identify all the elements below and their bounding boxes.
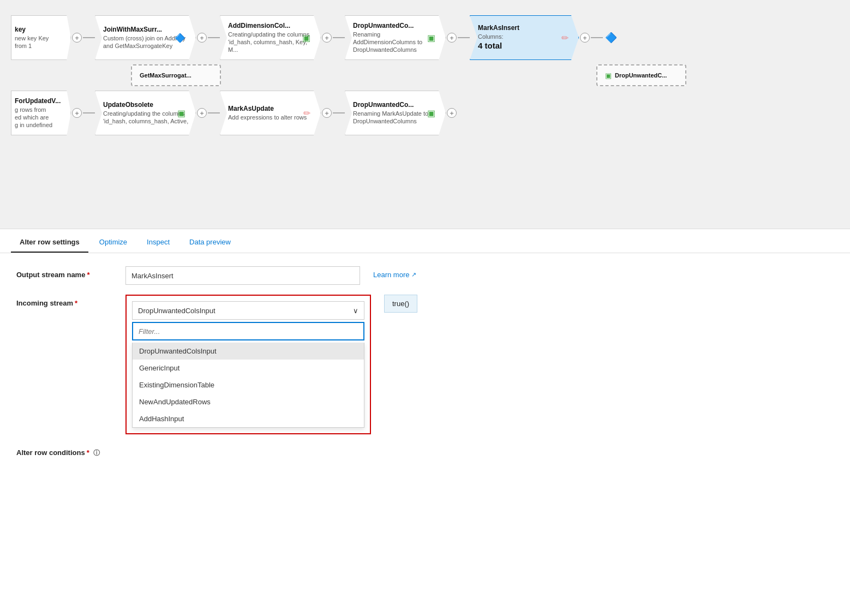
incoming-stream-required: * [75,299,77,307]
node-dropunwantedcofinal[interactable]: DropUnwantedCo... Renaming MarkAsUpdate … [345,91,446,135]
tab-data-preview[interactable]: Data preview [181,232,240,253]
info-icon: ⓘ [93,449,100,457]
node-dropunwantedco1-desc: Renaming AddDimensionColumns to DropUnwa… [353,31,439,54]
alter-row-value-box: true() [384,295,417,313]
arrow-4 [458,37,470,38]
dropdown-chevron-icon: ∨ [353,307,358,315]
arrow-3 [333,37,345,38]
node-updateobsolete-desc: Creating/updating the columns 'id_hash, … [103,110,189,125]
arrow-1 [83,37,95,38]
dropdown-option-5[interactable]: AddHashInput [133,410,364,427]
node-joinwithmaxsurr[interactable]: JoinWithMaxSurr... Custom (cross) join o… [95,15,196,60]
node-dropunwantedcofinal-title: DropUnwantedCo... [353,101,439,109]
add-after-dropfinal[interactable]: + [447,108,457,118]
alter-row-conditions-label: Alter row conditions* ⓘ [16,444,125,458]
icon-after-markasinsert: 🔷 [605,32,617,44]
incoming-stream-label: Incoming stream* [16,295,125,307]
pipeline-canvas: key new key Keyfrom 1 + JoinWithMaxSurr.… [0,0,850,229]
node-markasupdate-icon: ✏ [303,108,310,118]
node-dropunwantedco1-title: DropUnwantedCo... [353,22,439,29]
learn-more-icon: ↗ [411,271,416,278]
tab-alter-row-settings[interactable]: Alter row settings [11,232,88,253]
node-dropunwantedC-sub[interactable]: ▣ DropUnwantedC... [596,64,686,86]
arrow-8 [333,112,345,113]
add-after-markasinsert[interactable]: + [580,33,590,43]
incoming-stream-select[interactable]: DropUnwantedColsInput ∨ [132,301,364,320]
add-after-addcol[interactable]: + [322,33,332,43]
node-markasinsert-title: MarkAsInsert [478,24,572,32]
node-dropunwantedcofinal-desc: Renaming MarkAsUpdate to DropUnwantedCol… [353,110,439,125]
node-markasinsert-desc: Columns:4 total [478,33,572,51]
add-after-forupdated[interactable]: + [72,108,82,118]
pipeline-subflow: GetMaxSurrogat... ▣ DropUnwantedC... [11,64,839,86]
node-joinwithmaxsurr-icon: 🔷 [175,33,185,43]
alter-row-conditions-required: * [87,448,89,457]
tab-inspect[interactable]: Inspect [138,232,178,253]
node-key-title: key [15,26,64,33]
pipeline-row-2: ForUpdatedV... g rows fromed which areg … [11,91,839,135]
node-dropunwantedco1-icon: ▣ [427,33,435,43]
node-markasupdate-title: MarkAsUpdate [228,105,314,112]
dropdown-option-3[interactable]: ExistingDimensionTable [133,376,364,393]
node-markasupdate-desc: Add expressions to alter rows [228,113,314,121]
tab-optimize[interactable]: Optimize [91,232,136,253]
incoming-stream-row: Incoming stream* DropUnwantedColsInput ∨… [16,295,834,434]
output-stream-row: Output stream name* Learn more ↗ [16,266,834,285]
node-getmaxsurrogat-title: GetMaxSurrogat... [140,72,213,79]
output-stream-label: Output stream name* [16,266,125,279]
alter-row-conditions-row: Alter row conditions* ⓘ [16,444,834,458]
node-markasupdate[interactable]: MarkAsUpdate Add expressions to alter ro… [220,91,321,135]
dropdown-option-4[interactable]: NewAndUpdatedRows [133,393,364,410]
node-forupdatedv-title: ForUpdatedV... [15,97,64,105]
node-key-desc: new key Keyfrom 1 [15,34,64,50]
node-adddimensioncol-title: AddDimensionCol... [228,22,314,29]
output-stream-required: * [87,271,89,279]
incoming-stream-dropdown-wrapper: DropUnwantedColsInput ∨ DropUnwantedCols… [125,295,371,434]
node-getmaxsurrogat[interactable]: GetMaxSurrogat... [131,64,221,86]
node-markasinsert-icon: ✏ [561,33,568,43]
filter-input[interactable] [132,322,364,340]
node-key[interactable]: key new key Keyfrom 1 [11,15,71,60]
settings-panel: Output stream name* Learn more ↗ Incomin… [0,253,850,481]
learn-more-link[interactable]: Learn more ↗ [373,266,416,279]
node-dropunwantedco1[interactable]: DropUnwantedCo... Renaming AddDimensionC… [345,15,446,60]
node-dropunwantedC-sub-icon: ▣ [605,71,612,80]
node-updateobsolete-icon: ▣ [177,108,185,118]
arrow-7 [208,112,220,113]
node-adddimensioncol-desc: Creating/updating the columns 'id_hash, … [228,31,314,54]
node-adddimensioncol-icon: ▣ [302,33,310,43]
node-updateobsolete-title: UpdateObsolete [103,101,189,109]
arrow-6 [83,112,95,113]
add-after-key[interactable]: + [72,33,82,43]
arrow-2 [208,37,220,38]
dropdown-panel: DropUnwantedColsInput GenericInput Exist… [132,343,364,428]
add-after-updateobsolete[interactable]: + [197,108,207,118]
node-dropunwantedcofinal-icon: ▣ [427,108,435,118]
node-adddimensioncol[interactable]: AddDimensionCol... Creating/updating the… [220,15,321,60]
add-after-join[interactable]: + [197,33,207,43]
pipeline-row-1: key new key Keyfrom 1 + JoinWithMaxSurr.… [11,15,839,60]
node-dropunwantedC-sub-title: DropUnwantedC... [615,72,667,79]
node-forupdatedv[interactable]: ForUpdatedV... g rows fromed which areg … [11,91,71,135]
node-markasinsert[interactable]: MarkAsInsert Columns:4 total ✏ [470,15,579,60]
dropdown-option-2[interactable]: GenericInput [133,360,364,376]
dropdown-option-1[interactable]: DropUnwantedColsInput [133,343,364,360]
node-forupdatedv-desc: g rows fromed which areg in undefined [15,106,64,129]
arrow-5 [591,37,603,38]
tabs-panel: Alter row settings Optimize Inspect Data… [0,229,850,253]
add-after-drop1[interactable]: + [447,33,457,43]
node-updateobsolete[interactable]: UpdateObsolete Creating/updating the col… [95,91,196,135]
add-after-markasupdate[interactable]: + [322,108,332,118]
output-stream-control [125,266,360,285]
output-stream-input[interactable] [125,266,360,285]
